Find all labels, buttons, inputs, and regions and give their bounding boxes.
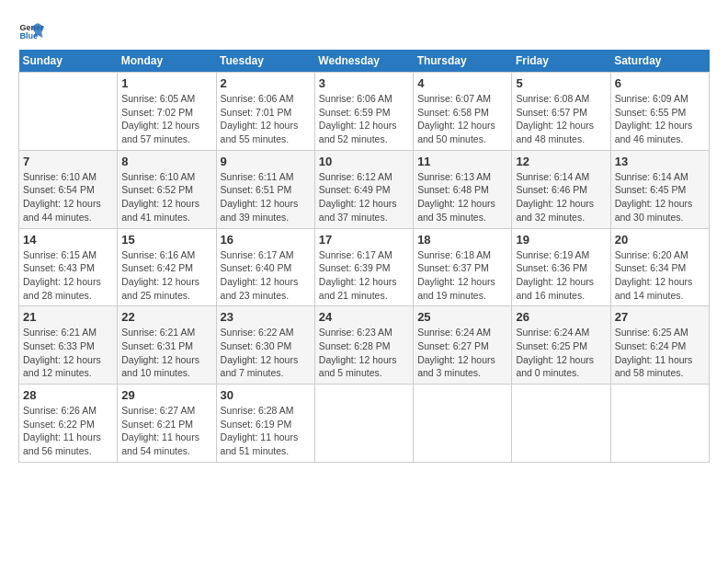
calendar-cell: 6Sunrise: 6:09 AMSunset: 6:55 PMDaylight… — [610, 73, 709, 151]
day-number: 7 — [23, 155, 113, 168]
calendar-cell — [19, 73, 118, 151]
calendar-cell — [314, 385, 413, 463]
calendar-week-5: 28Sunrise: 6:26 AMSunset: 6:22 PMDayligh… — [19, 385, 710, 463]
header-saturday: Saturday — [610, 50, 709, 73]
day-info: Sunrise: 6:13 AMSunset: 6:48 PMDaylight:… — [417, 170, 507, 224]
calendar-cell: 19Sunrise: 6:19 AMSunset: 6:36 PMDayligh… — [512, 228, 610, 306]
day-number: 12 — [516, 155, 606, 168]
calendar-cell: 3Sunrise: 6:06 AMSunset: 6:59 PMDaylight… — [314, 73, 413, 151]
day-info: Sunrise: 6:06 AMSunset: 7:01 PMDaylight:… — [221, 92, 311, 146]
calendar-cell: 29Sunrise: 6:27 AMSunset: 6:21 PMDayligh… — [118, 385, 216, 463]
day-info: Sunrise: 6:05 AMSunset: 7:02 PMDaylight:… — [121, 92, 211, 146]
calendar-cell: 21Sunrise: 6:21 AMSunset: 6:33 PMDayligh… — [19, 306, 118, 385]
day-info: Sunrise: 6:16 AMSunset: 6:42 PMDaylight:… — [121, 248, 211, 303]
day-info: Sunrise: 6:25 AMSunset: 6:24 PMDaylight:… — [615, 326, 705, 380]
calendar-cell: 11Sunrise: 6:13 AMSunset: 6:48 PMDayligh… — [414, 150, 512, 228]
calendar-cell: 5Sunrise: 6:08 AMSunset: 6:57 PMDaylight… — [512, 73, 610, 151]
calendar-cell: 2Sunrise: 6:06 AMSunset: 7:01 PMDaylight… — [216, 73, 314, 151]
day-info: Sunrise: 6:15 AMSunset: 6:43 PMDaylight:… — [23, 248, 113, 303]
calendar-cell: 16Sunrise: 6:17 AMSunset: 6:40 PMDayligh… — [216, 228, 314, 306]
day-number: 2 — [221, 76, 311, 90]
day-info: Sunrise: 6:08 AMSunset: 6:57 PMDaylight:… — [516, 92, 606, 146]
calendar-cell: 17Sunrise: 6:17 AMSunset: 6:39 PMDayligh… — [314, 228, 413, 306]
header-friday: Friday — [512, 50, 610, 73]
day-info: Sunrise: 6:19 AMSunset: 6:36 PMDaylight:… — [516, 248, 606, 303]
day-number: 4 — [417, 76, 507, 90]
day-number: 6 — [615, 76, 705, 90]
calendar-cell: 30Sunrise: 6:28 AMSunset: 6:19 PMDayligh… — [216, 385, 314, 463]
calendar-week-4: 21Sunrise: 6:21 AMSunset: 6:33 PMDayligh… — [19, 306, 710, 385]
calendar-week-1: 1Sunrise: 6:05 AMSunset: 7:02 PMDaylight… — [19, 73, 710, 151]
calendar-week-2: 7Sunrise: 6:10 AMSunset: 6:54 PMDaylight… — [19, 150, 710, 228]
calendar-table: SundayMondayTuesdayWednesdayThursdayFrid… — [18, 50, 710, 463]
calendar-cell: 26Sunrise: 6:24 AMSunset: 6:25 PMDayligh… — [512, 306, 610, 385]
day-number: 27 — [615, 310, 705, 324]
day-number: 14 — [23, 233, 113, 247]
calendar-cell — [414, 385, 512, 463]
calendar-cell: 20Sunrise: 6:20 AMSunset: 6:34 PMDayligh… — [610, 228, 709, 306]
calendar-cell: 7Sunrise: 6:10 AMSunset: 6:54 PMDaylight… — [19, 150, 118, 228]
day-info: Sunrise: 6:26 AMSunset: 6:22 PMDaylight:… — [23, 404, 113, 458]
logo-icon: General Blue — [18, 18, 44, 44]
day-number: 1 — [121, 76, 211, 90]
day-info: Sunrise: 6:10 AMSunset: 6:54 PMDaylight:… — [23, 170, 113, 224]
day-number: 9 — [221, 155, 311, 168]
calendar-cell — [512, 385, 610, 463]
calendar-header-row: SundayMondayTuesdayWednesdayThursdayFrid… — [19, 50, 710, 73]
day-info: Sunrise: 6:20 AMSunset: 6:34 PMDaylight:… — [615, 248, 705, 303]
day-number: 10 — [319, 155, 409, 168]
day-number: 11 — [417, 155, 507, 168]
calendar-cell: 4Sunrise: 6:07 AMSunset: 6:58 PMDaylight… — [414, 73, 512, 151]
day-number: 16 — [221, 233, 311, 247]
calendar-cell: 9Sunrise: 6:11 AMSunset: 6:51 PMDaylight… — [216, 150, 314, 228]
day-info: Sunrise: 6:17 AMSunset: 6:39 PMDaylight:… — [319, 248, 409, 303]
header-thursday: Thursday — [414, 50, 512, 73]
day-info: Sunrise: 6:10 AMSunset: 6:52 PMDaylight:… — [121, 170, 211, 224]
day-info: Sunrise: 6:09 AMSunset: 6:55 PMDaylight:… — [615, 92, 705, 146]
day-number: 21 — [23, 310, 113, 324]
day-number: 30 — [221, 388, 311, 402]
day-info: Sunrise: 6:14 AMSunset: 6:46 PMDaylight:… — [516, 170, 606, 224]
day-info: Sunrise: 6:21 AMSunset: 6:33 PMDaylight:… — [23, 326, 113, 380]
day-number: 22 — [121, 310, 211, 324]
calendar-week-3: 14Sunrise: 6:15 AMSunset: 6:43 PMDayligh… — [19, 228, 710, 306]
day-number: 29 — [121, 388, 211, 402]
calendar-cell: 10Sunrise: 6:12 AMSunset: 6:49 PMDayligh… — [314, 150, 413, 228]
day-info: Sunrise: 6:27 AMSunset: 6:21 PMDaylight:… — [121, 404, 211, 458]
day-number: 5 — [516, 76, 606, 90]
day-info: Sunrise: 6:17 AMSunset: 6:40 PMDaylight:… — [221, 248, 311, 303]
day-info: Sunrise: 6:07 AMSunset: 6:58 PMDaylight:… — [417, 92, 507, 146]
calendar-cell: 22Sunrise: 6:21 AMSunset: 6:31 PMDayligh… — [118, 306, 216, 385]
calendar-cell: 13Sunrise: 6:14 AMSunset: 6:45 PMDayligh… — [610, 150, 709, 228]
day-number: 24 — [319, 310, 409, 324]
day-info: Sunrise: 6:23 AMSunset: 6:28 PMDaylight:… — [319, 326, 409, 380]
calendar-cell: 25Sunrise: 6:24 AMSunset: 6:27 PMDayligh… — [414, 306, 512, 385]
day-number: 23 — [221, 310, 311, 324]
day-number: 26 — [516, 310, 606, 324]
day-info: Sunrise: 6:22 AMSunset: 6:30 PMDaylight:… — [221, 326, 311, 380]
day-info: Sunrise: 6:24 AMSunset: 6:27 PMDaylight:… — [417, 326, 507, 380]
calendar-cell: 14Sunrise: 6:15 AMSunset: 6:43 PMDayligh… — [19, 228, 118, 306]
calendar-cell: 1Sunrise: 6:05 AMSunset: 7:02 PMDaylight… — [118, 73, 216, 151]
header-wednesday: Wednesday — [314, 50, 413, 73]
calendar-cell: 12Sunrise: 6:14 AMSunset: 6:46 PMDayligh… — [512, 150, 610, 228]
day-number: 13 — [615, 155, 705, 168]
page-header: General Blue — [18, 18, 710, 44]
day-number: 28 — [23, 388, 113, 402]
day-number: 25 — [417, 310, 507, 324]
calendar-cell: 27Sunrise: 6:25 AMSunset: 6:24 PMDayligh… — [610, 306, 709, 385]
day-info: Sunrise: 6:18 AMSunset: 6:37 PMDaylight:… — [417, 248, 507, 303]
header-monday: Monday — [118, 50, 216, 73]
day-number: 8 — [121, 155, 211, 168]
calendar-cell: 28Sunrise: 6:26 AMSunset: 6:22 PMDayligh… — [19, 385, 118, 463]
day-number: 20 — [615, 233, 705, 247]
calendar-cell: 18Sunrise: 6:18 AMSunset: 6:37 PMDayligh… — [414, 228, 512, 306]
header-tuesday: Tuesday — [216, 50, 314, 73]
calendar-cell — [610, 385, 709, 463]
day-info: Sunrise: 6:06 AMSunset: 6:59 PMDaylight:… — [319, 92, 409, 146]
calendar-cell: 23Sunrise: 6:22 AMSunset: 6:30 PMDayligh… — [216, 306, 314, 385]
day-info: Sunrise: 6:12 AMSunset: 6:49 PMDaylight:… — [319, 170, 409, 224]
day-number: 17 — [319, 233, 409, 247]
day-number: 18 — [417, 233, 507, 247]
day-info: Sunrise: 6:14 AMSunset: 6:45 PMDaylight:… — [615, 170, 705, 224]
